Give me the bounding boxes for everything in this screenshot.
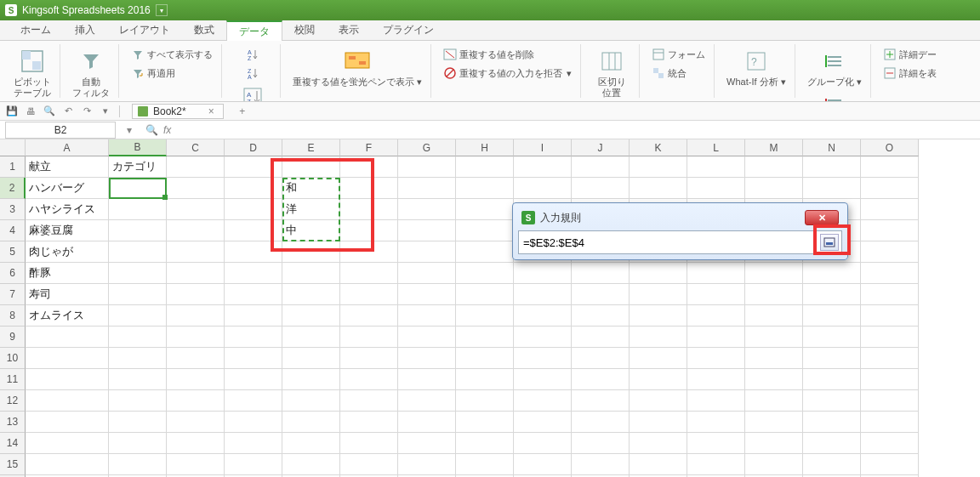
reapply-button[interactable]: 再適用 [128, 65, 216, 82]
cell[interactable] [745, 156, 803, 178]
cell[interactable] [630, 305, 687, 327]
cell[interactable] [745, 305, 803, 327]
cell[interactable] [861, 369, 919, 390]
pivot-table-button[interactable]: ピボット テーブル [10, 46, 54, 100]
cell[interactable] [340, 263, 398, 284]
cell[interactable] [861, 390, 919, 412]
cell[interactable] [109, 241, 167, 263]
cell[interactable] [282, 284, 340, 305]
cell[interactable] [109, 327, 167, 348]
cell[interactable]: 寿司 [26, 284, 109, 305]
cell[interactable] [456, 305, 514, 327]
cell[interactable] [630, 369, 687, 390]
show-all-button[interactable]: すべて表示する [128, 46, 216, 63]
row-header-4[interactable]: 4 [0, 220, 26, 241]
cell[interactable] [340, 412, 398, 433]
qat-preview-icon[interactable]: 🔍 [43, 105, 56, 118]
cell[interactable] [572, 369, 630, 390]
cell[interactable] [572, 327, 630, 348]
cell[interactable] [109, 412, 167, 433]
cell[interactable] [861, 178, 919, 199]
cell[interactable] [340, 327, 398, 348]
cell[interactable] [630, 348, 687, 369]
new-tab-button[interactable]: + [236, 105, 249, 118]
qat-dropdown-icon[interactable]: ▾ [99, 105, 112, 118]
cell[interactable] [225, 390, 282, 412]
cell[interactable] [572, 454, 630, 475]
cell[interactable] [861, 433, 919, 454]
cell[interactable] [167, 327, 225, 348]
cell[interactable] [630, 263, 687, 284]
col-header-G[interactable]: G [398, 139, 456, 156]
cell[interactable] [456, 412, 514, 433]
cell[interactable] [282, 305, 340, 327]
title-dropdown-icon[interactable]: ▾ [156, 4, 168, 16]
collapse-dialog-button[interactable] [820, 234, 839, 251]
row-header-5[interactable]: 5 [0, 241, 26, 263]
row-header-1[interactable]: 1 [0, 156, 26, 178]
cell[interactable] [167, 178, 225, 199]
ungroup-button[interactable]: グループ化 の解除 ▾ [807, 89, 861, 102]
cell[interactable] [282, 263, 340, 284]
insert-function-icon[interactable]: 🔍 [143, 122, 160, 139]
cell[interactable] [167, 348, 225, 369]
cell[interactable] [398, 327, 456, 348]
name-box-dropdown-icon[interactable]: ▾ [121, 122, 138, 139]
cell[interactable] [167, 156, 225, 178]
cell[interactable]: 肉じゃが [26, 241, 109, 263]
sort-button[interactable]: AZ 並べ替え [231, 82, 275, 102]
cell[interactable] [456, 390, 514, 412]
row-header-13[interactable]: 13 [0, 412, 26, 433]
col-header-B[interactable]: B [109, 139, 167, 156]
cell[interactable] [398, 241, 456, 263]
cell[interactable] [225, 305, 282, 327]
cell[interactable] [398, 263, 456, 284]
tab-review[interactable]: 校閲 [282, 20, 327, 40]
cell[interactable] [398, 305, 456, 327]
cell[interactable] [398, 390, 456, 412]
cell[interactable] [861, 199, 919, 220]
cell[interactable] [803, 284, 861, 305]
consolidate-button[interactable]: 統合 [648, 65, 709, 82]
cell[interactable] [514, 369, 572, 390]
cell[interactable] [861, 348, 919, 369]
cell[interactable] [572, 156, 630, 178]
cell[interactable]: 中 [282, 220, 340, 241]
cell[interactable] [456, 327, 514, 348]
cell[interactable] [514, 390, 572, 412]
cell[interactable] [630, 433, 687, 454]
row-header-12[interactable]: 12 [0, 390, 26, 412]
col-header-O[interactable]: O [861, 139, 919, 156]
cell[interactable] [630, 454, 687, 475]
cell[interactable] [26, 327, 109, 348]
cell[interactable] [109, 454, 167, 475]
cell[interactable] [861, 263, 919, 284]
cell[interactable] [225, 433, 282, 454]
row-header-2[interactable]: 2 [0, 178, 26, 199]
cell[interactable] [167, 454, 225, 475]
cell[interactable] [225, 454, 282, 475]
cell[interactable] [167, 433, 225, 454]
col-header-F[interactable]: F [340, 139, 398, 156]
document-tab[interactable]: Book2* × [132, 104, 224, 119]
cell[interactable] [861, 412, 919, 433]
col-header-I[interactable]: I [514, 139, 572, 156]
cell[interactable] [861, 454, 919, 475]
cell[interactable] [861, 327, 919, 348]
autofilter-button[interactable]: 自動 フィルタ [69, 46, 113, 100]
col-header-A[interactable]: A [26, 139, 109, 156]
cell[interactable] [456, 241, 514, 263]
cell[interactable] [167, 263, 225, 284]
dialog-titlebar[interactable]: S 入力規則 ✕ [518, 208, 842, 230]
col-header-L[interactable]: L [687, 139, 745, 156]
highlight-duplicates-button[interactable]: 重複する値を蛍光ペンで表示 ▾ [289, 46, 425, 89]
row-header-15[interactable]: 15 [0, 454, 26, 475]
cell[interactable] [340, 220, 398, 241]
cell[interactable] [745, 433, 803, 454]
cell[interactable] [282, 241, 340, 263]
cell[interactable]: 和 [282, 178, 340, 199]
cell[interactable] [803, 348, 861, 369]
cell[interactable] [630, 412, 687, 433]
col-header-E[interactable]: E [282, 139, 340, 156]
tab-plugin[interactable]: プラグイン [371, 20, 446, 40]
